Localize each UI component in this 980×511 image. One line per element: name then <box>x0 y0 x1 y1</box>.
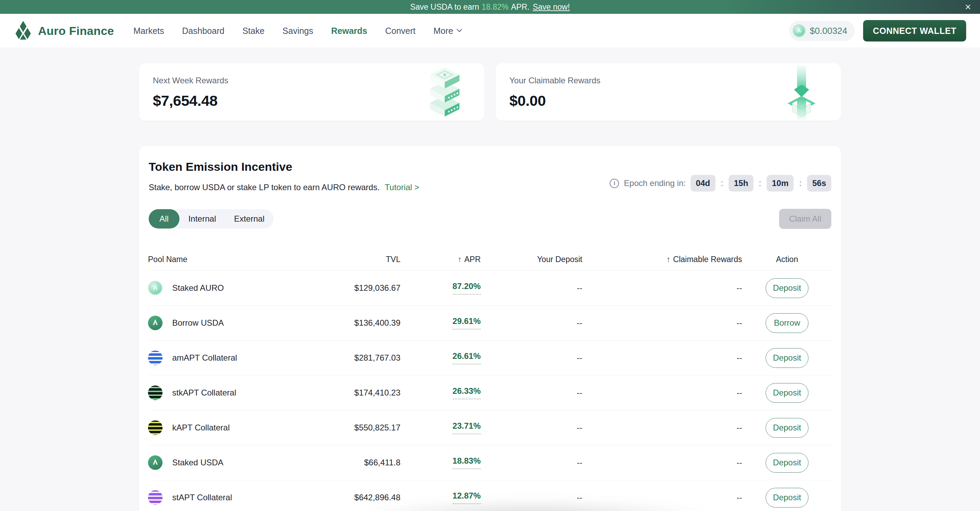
apr-value[interactable]: 29.61% <box>453 316 480 330</box>
tvl-value: $281,767.03 <box>342 353 401 363</box>
countdown-hours: 15h <box>729 175 753 191</box>
apr-value[interactable]: 87.20% <box>453 282 480 295</box>
deposit-button[interactable]: Deposit <box>765 348 808 368</box>
col-claimable-label: Claimable Rewards <box>673 255 742 264</box>
apr-cell: 12.87% <box>401 491 480 504</box>
token-emission-section: Token Emission Incentive Stake, borrow U… <box>139 146 841 511</box>
claim-all-button[interactable]: Claim All <box>779 209 831 229</box>
apr-cell: 26.33% <box>401 386 480 400</box>
deposit-value: -- <box>480 318 582 328</box>
card-value: $0.00 <box>509 92 827 109</box>
deposit-value: -- <box>480 458 582 468</box>
promo-text: Save USDA to earn <box>410 2 479 12</box>
pool-cell: kAPT Collateral <box>148 420 342 435</box>
page-content: Next Week Rewards $7,654.48 <box>139 63 841 511</box>
tab-all[interactable]: All <box>149 209 180 229</box>
deposit-button[interactable]: Deposit <box>765 418 808 438</box>
apr-sort-control[interactable]: ↑ APR <box>458 255 480 264</box>
col-pool-name: Pool Name <box>148 255 342 264</box>
next-week-rewards-card: Next Week Rewards $7,654.48 <box>139 63 484 121</box>
action-cell: Deposit <box>742 453 832 473</box>
borrow-button[interactable]: Borrow <box>765 313 808 333</box>
chevron-down-icon <box>457 27 462 32</box>
close-icon[interactable]: × <box>965 2 971 12</box>
table-row: Staked USDA $66,411.8 18.83% -- -- Depos… <box>148 445 832 480</box>
action-cell: Deposit <box>742 418 832 438</box>
auro-coin-icon <box>792 24 806 37</box>
nav-dashboard[interactable]: Dashboard <box>182 26 224 36</box>
countdown-seconds: 56s <box>807 175 831 191</box>
tvl-value: $66,411.8 <box>342 458 401 468</box>
nav-more-label: More <box>434 26 453 36</box>
apr-value[interactable]: 18.83% <box>453 456 480 469</box>
claimable-value: -- <box>582 283 742 293</box>
section-subtitle: Stake, borrow USDA or stake LP token to … <box>149 183 419 192</box>
claimable-sort-control[interactable]: ↑ Claimable Rewards <box>667 255 742 264</box>
deposit-button[interactable]: Deposit <box>765 278 808 298</box>
token-price-pill[interactable]: $0.00324 <box>789 21 855 41</box>
nav-convert[interactable]: Convert <box>385 26 416 36</box>
claimable-value: -- <box>582 458 742 468</box>
nav-more[interactable]: More <box>434 26 461 36</box>
claimable-value: -- <box>582 388 742 398</box>
table-row: kAPT Collateral $550,825.17 23.71% -- --… <box>148 410 832 445</box>
apr-value[interactable]: 26.61% <box>453 351 480 365</box>
col-apr: ↑ APR <box>401 255 480 264</box>
deposit-button[interactable]: Deposit <box>765 383 808 403</box>
deposit-button[interactable]: Deposit <box>765 453 808 473</box>
apr-value[interactable]: 23.71% <box>453 421 480 434</box>
header-right: $0.00324 CONNECT WALLET <box>789 20 966 41</box>
col-claimable: ↑ Claimable Rewards <box>582 255 742 264</box>
deposit-value: -- <box>480 388 582 398</box>
kapt-token-icon <box>148 420 162 435</box>
apr-cell: 29.61% <box>401 316 480 330</box>
summary-cards: Next Week Rewards $7,654.48 <box>139 63 841 121</box>
table-header-row: Pool Name TVL ↑ APR Your Deposit ↑ Claim… <box>148 248 832 271</box>
claimable-rewards-card: Your Claimable Rewards $0.00 <box>496 63 841 121</box>
epoch-countdown: i Epoch ending in: 04d : 15h : 10m : 56s <box>610 175 831 191</box>
apr-cell: 26.61% <box>401 351 480 365</box>
promo-banner: Save USDA to earn 18.82% APR. Save now! … <box>0 0 980 14</box>
brand-name: Auro Finance <box>38 24 114 38</box>
tab-external[interactable]: External <box>225 209 274 229</box>
apr-value[interactable]: 12.87% <box>453 491 480 504</box>
promo-apr-value: 18.82% <box>482 2 509 12</box>
sort-up-icon: ↑ <box>458 255 461 264</box>
rewards-page: Save USDA to earn 18.82% APR. Save now! … <box>0 0 980 511</box>
tutorial-link[interactable]: Tutorial > <box>385 183 420 192</box>
claimable-value: -- <box>582 493 742 502</box>
claimable-value: -- <box>582 423 742 433</box>
pool-name: Staked USDA <box>172 458 223 468</box>
deposit-button[interactable]: Deposit <box>765 488 808 508</box>
epoch-label: Epoch ending in: <box>624 178 686 188</box>
tvl-value: $550,825.17 <box>342 423 401 433</box>
stapt-token-icon <box>148 490 162 505</box>
apr-value[interactable]: 26.33% <box>453 386 480 400</box>
filter-tabs: All Internal External <box>149 209 274 229</box>
table-row: Staked AURO $129,036.67 87.20% -- -- Dep… <box>148 271 832 305</box>
brand-logo[interactable]: Auro Finance <box>14 21 114 41</box>
action-cell: Deposit <box>742 278 832 298</box>
token-price: $0.00324 <box>810 25 847 36</box>
pool-cell: Borrow USDA <box>148 316 342 330</box>
nav-stake[interactable]: Stake <box>242 26 264 36</box>
save-now-link[interactable]: Save now! <box>533 2 570 12</box>
nav-rewards[interactable]: Rewards <box>331 26 367 36</box>
auro-logo-icon <box>14 21 32 41</box>
section-title: Token Emission Incentive <box>149 160 419 174</box>
amapt-token-icon <box>148 350 162 365</box>
table-row: Borrow USDA $136,400.39 29.61% -- -- Bor… <box>148 305 832 340</box>
pool-cell: stkAPT Collateral <box>148 385 342 400</box>
info-icon[interactable]: i <box>610 179 619 188</box>
action-cell: Borrow <box>742 313 832 333</box>
tab-internal[interactable]: Internal <box>180 209 225 229</box>
stacked-coins-icon <box>423 67 466 118</box>
nav-markets[interactable]: Markets <box>134 26 164 36</box>
action-cell: Deposit <box>742 348 832 368</box>
pool-name: stkAPT Collateral <box>172 388 236 398</box>
deposit-value: -- <box>480 423 582 433</box>
claim-deposit-icon <box>784 65 819 122</box>
claimable-value: -- <box>582 353 742 363</box>
nav-savings[interactable]: Savings <box>283 26 313 36</box>
connect-wallet-button[interactable]: CONNECT WALLET <box>863 20 966 41</box>
